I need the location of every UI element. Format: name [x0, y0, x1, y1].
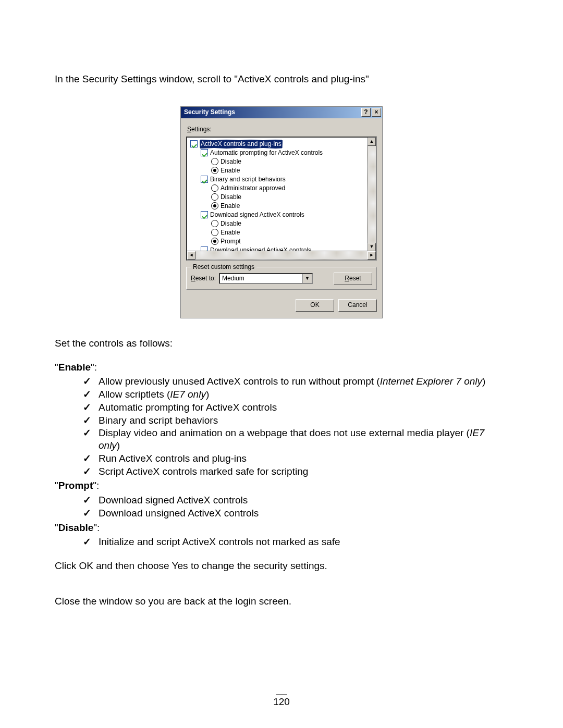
settings-tree[interactable]: ActiveX controls and plug-ins Automatic …: [186, 137, 377, 261]
radio-icon: [211, 193, 218, 201]
page-number: 120: [0, 696, 563, 708]
page-footer: 120: [0, 694, 563, 708]
tree-item-binary[interactable]: Binary and script behaviors: [190, 175, 373, 184]
help-icon: ?: [364, 109, 368, 115]
scroll-right-button[interactable]: ►: [368, 251, 376, 260]
combo-drop-button[interactable]: ▼: [302, 274, 312, 283]
radio-icon: [211, 229, 218, 236]
security-settings-dialog: Security Settings ? × SSettings:ettings:…: [180, 106, 383, 318]
list-item: Download signed ActiveX controls: [83, 494, 508, 507]
radio-label: Enable: [221, 228, 240, 237]
radio-label: Administrator approved: [221, 184, 285, 193]
list-item: Allow previously unused ActiveX controls…: [83, 375, 508, 388]
radio-row[interactable]: Enable: [190, 228, 373, 237]
radio-label: Prompt: [221, 237, 241, 246]
activex-icon: [201, 149, 208, 156]
enable-heading: "Enable":: [55, 361, 508, 374]
combo-value: Medium: [222, 275, 244, 282]
prompt-heading: "Prompt":: [55, 479, 508, 492]
chevron-left-icon: ◄: [189, 252, 194, 258]
click-ok-paragraph: Click OK and then choose Yes to change t…: [55, 560, 508, 572]
scroll-up-button[interactable]: ▲: [368, 138, 376, 146]
dialog-container: Security Settings ? × SSettings:ettings:…: [55, 106, 508, 318]
ok-button[interactable]: OK: [296, 299, 334, 312]
radio-icon: [211, 167, 218, 174]
radio-icon: [211, 184, 218, 192]
activex-icon: [201, 176, 208, 183]
disable-heading: "Disable":: [55, 522, 508, 534]
radio-label: Enable: [221, 202, 240, 211]
close-window-paragraph: Close the window so you are back at the …: [55, 595, 508, 608]
radio-row[interactable]: Disable: [190, 193, 373, 202]
radio-row[interactable]: Disable: [190, 219, 373, 228]
radio-label: Disable: [221, 219, 241, 228]
chevron-down-icon: ▼: [370, 244, 374, 250]
intro-paragraph: In the Security Settings window, scroll …: [55, 73, 508, 85]
radio-icon: [211, 238, 218, 245]
dialog-titlebar: Security Settings ? ×: [181, 107, 382, 118]
radio-label: Disable: [221, 193, 241, 202]
radio-icon: [211, 220, 218, 227]
radio-row[interactable]: Enable: [190, 166, 373, 175]
list-item: Display video and animation on a webpage…: [83, 427, 508, 452]
radio-icon: [211, 158, 218, 165]
settings-label: SSettings:ettings:: [187, 126, 377, 133]
reset-to-label: Reset to:: [191, 275, 216, 282]
tree-item-label: Binary and script behaviors: [210, 175, 286, 184]
radio-row[interactable]: Prompt: [190, 237, 373, 246]
close-icon: ×: [374, 109, 378, 115]
reset-level-combo[interactable]: Medium ▼: [219, 273, 313, 284]
list-item: Download unsigned ActiveX controls: [83, 507, 508, 520]
radio-label: Enable: [221, 166, 240, 175]
radio-row[interactable]: Enable: [190, 202, 373, 211]
tree-item-auto-prompt[interactable]: Automatic prompting for ActiveX controls: [190, 149, 373, 157]
chevron-down-icon: ▼: [305, 276, 310, 281]
tree-group-label: ActiveX controls and plug-ins: [200, 140, 283, 149]
document-page: In the Security Settings window, scroll …: [0, 0, 563, 728]
tree-item-label: Automatic prompting for ActiveX controls: [210, 149, 323, 157]
scrollbar-track[interactable]: [195, 251, 368, 260]
list-item: Script ActiveX controls marked safe for …: [83, 465, 508, 478]
list-item: Automatic prompting for ActiveX controls: [83, 401, 508, 414]
vertical-scrollbar[interactable]: ▲ ▼: [367, 138, 376, 251]
close-button[interactable]: ×: [372, 108, 381, 117]
dialog-body: SSettings:ettings: ActiveX controls and …: [181, 118, 382, 318]
chevron-right-icon: ►: [370, 252, 374, 258]
chevron-up-icon: ▲: [370, 139, 374, 144]
reset-legend: Reset custom settings: [191, 263, 256, 271]
horizontal-scrollbar[interactable]: ◄ ►: [187, 251, 376, 260]
radio-row[interactable]: Disable: [190, 157, 373, 166]
reset-fieldset: Reset custom settings Reset to: Reset to…: [186, 267, 377, 290]
scroll-down-button[interactable]: ▼: [368, 243, 376, 251]
tree-group-activex[interactable]: ActiveX controls and plug-ins: [190, 140, 373, 149]
help-button[interactable]: ?: [361, 108, 371, 117]
list-item: Run ActiveX controls and plug-ins: [83, 452, 508, 465]
radio-label: Disable: [221, 157, 241, 166]
dialog-title: Security Settings: [184, 108, 235, 116]
reset-button[interactable]: Reset: [334, 273, 372, 285]
scroll-left-button[interactable]: ◄: [187, 251, 195, 260]
set-controls-paragraph: Set the controls as follows:: [55, 337, 508, 350]
list-item: Allow scriptlets (IE7 only): [83, 388, 508, 401]
scrollbar-track[interactable]: [368, 146, 376, 243]
tree-item-label: Download signed ActiveX controls: [210, 211, 304, 219]
radio-icon: [211, 202, 218, 209]
list-item: Initialize and script ActiveX controls n…: [83, 536, 508, 548]
cancel-button[interactable]: Cancel: [338, 299, 377, 312]
disable-list: Initialize and script ActiveX controls n…: [55, 536, 508, 548]
radio-row[interactable]: Administrator approved: [190, 184, 373, 193]
prompt-list: Download signed ActiveX controls Downloa…: [55, 494, 508, 520]
activex-icon: [190, 140, 198, 147]
enable-list: Allow previously unused ActiveX controls…: [55, 375, 508, 477]
list-item: Binary and script behaviors: [83, 414, 508, 427]
tree-item-dl-signed[interactable]: Download signed ActiveX controls: [190, 211, 373, 219]
activex-icon: [201, 211, 208, 218]
